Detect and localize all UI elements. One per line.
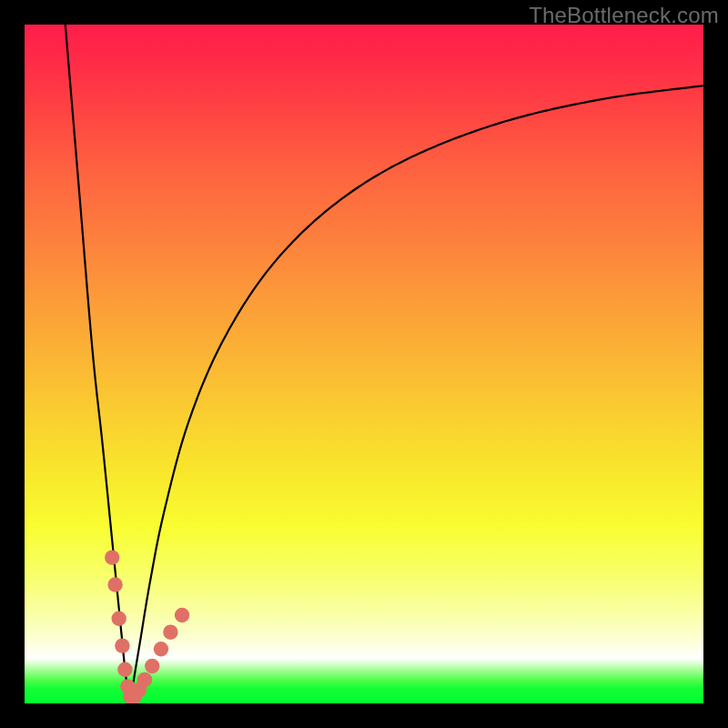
watermark-text: TheBottleneck.com [529, 3, 719, 28]
plot-area [25, 25, 703, 703]
bottleneck-curve [25, 25, 703, 703]
chart-frame: TheBottleneck.com [0, 0, 728, 728]
